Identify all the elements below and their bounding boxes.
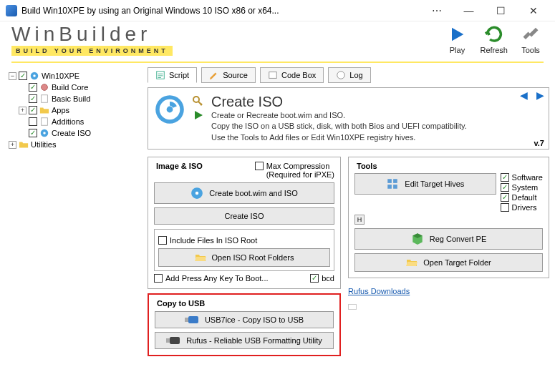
svg-rect-23 bbox=[393, 185, 397, 189]
key-icon[interactable] bbox=[193, 96, 204, 107]
create-iso-button[interactable]: Create ISO bbox=[154, 207, 334, 225]
create-boot-button[interactable]: Create boot.wim and ISO bbox=[154, 182, 334, 204]
tools-group: Tools Edit Target Hives ✓Software ✓Syste… bbox=[348, 157, 549, 278]
tree-view[interactable]: − ✓ Win10XPE ✓Build Core ✓Basic Build +✓… bbox=[6, 67, 142, 356]
expand-icon[interactable]: + bbox=[9, 141, 16, 149]
minimize-button[interactable]: — bbox=[453, 1, 485, 21]
refresh-button[interactable]: Refresh bbox=[480, 24, 508, 54]
tree-item[interactable]: ✓Create ISO bbox=[19, 127, 139, 139]
svg-point-1 bbox=[33, 74, 36, 77]
bcd-checkbox[interactable]: ✓ bbox=[310, 274, 319, 283]
cd-icon bbox=[154, 94, 185, 125]
rufus-link[interactable]: Rufus Downloads bbox=[348, 287, 410, 295]
svg-point-9 bbox=[337, 72, 345, 79]
open-target-button[interactable]: Open Target Folder bbox=[354, 253, 543, 272]
checkbox[interactable]: ✓ bbox=[29, 106, 37, 114]
copy-usb-group: Copy to USB USB7ice - Copy ISO to USB Ru… bbox=[148, 293, 341, 356]
hero-line3: Use the Tools to Add files or Edit Win10… bbox=[211, 132, 543, 143]
svg-rect-19 bbox=[170, 337, 180, 344]
hero-line2: Copy the ISO on a USB stick, disk, with … bbox=[211, 121, 543, 132]
refresh-icon bbox=[484, 24, 504, 44]
svg-rect-4 bbox=[42, 118, 48, 126]
tab-codebox[interactable]: Code Box bbox=[260, 67, 324, 83]
svg-rect-22 bbox=[388, 185, 392, 189]
svg-point-2 bbox=[42, 84, 48, 91]
header: WinBuilder BUILD YOUR ENVIRONMENT Play R… bbox=[0, 21, 555, 62]
page-icon bbox=[39, 117, 49, 127]
include-root-checkbox[interactable] bbox=[158, 236, 167, 245]
tab-source[interactable]: Source bbox=[201, 67, 256, 83]
svg-rect-16 bbox=[185, 318, 188, 322]
prev-arrow[interactable]: ◀ bbox=[520, 89, 528, 101]
page-icon bbox=[39, 94, 49, 104]
reg-convert-button[interactable]: Reg Convert PE bbox=[354, 228, 543, 250]
disc-icon bbox=[190, 187, 203, 200]
play-button[interactable]: Play bbox=[447, 24, 467, 54]
hero-line1: Create or Recreate boot.wim and ISO. bbox=[211, 110, 543, 121]
svg-point-12 bbox=[167, 107, 173, 113]
folder-open-icon bbox=[406, 258, 418, 268]
open-root-button[interactable]: Open ISO Root Folders bbox=[158, 248, 330, 267]
drivers-checkbox[interactable] bbox=[501, 203, 509, 212]
svg-rect-8 bbox=[269, 72, 277, 79]
tab-bar: Script Source Code Box Log bbox=[148, 67, 549, 83]
press-key-checkbox[interactable] bbox=[154, 274, 163, 283]
expand-icon[interactable]: + bbox=[19, 107, 26, 114]
software-checkbox[interactable]: ✓ bbox=[501, 173, 509, 182]
svg-point-15 bbox=[196, 192, 199, 195]
h-button[interactable]: H bbox=[354, 215, 365, 225]
rufus-button[interactable]: Rufus - Reliable USB Formatting Utility bbox=[155, 332, 334, 349]
checkbox[interactable] bbox=[29, 117, 37, 126]
tree-item[interactable]: ✓Build Core bbox=[19, 82, 139, 93]
logo-text: WinBuilder bbox=[11, 23, 173, 46]
folder-open-icon bbox=[195, 253, 206, 263]
app-icon bbox=[6, 5, 17, 16]
log-icon bbox=[336, 70, 346, 80]
script-icon bbox=[155, 70, 165, 80]
default-checkbox[interactable]: ✓ bbox=[501, 193, 509, 202]
usb-icon bbox=[185, 315, 199, 324]
code-icon bbox=[268, 70, 278, 80]
hero-panel: Create ISO Create or Recreate boot.wim a… bbox=[148, 87, 549, 150]
folder-icon bbox=[39, 105, 49, 115]
max-compression-checkbox[interactable] bbox=[255, 162, 264, 170]
empty-box bbox=[348, 304, 357, 310]
svg-rect-20 bbox=[388, 179, 392, 183]
tab-script[interactable]: Script bbox=[148, 67, 197, 83]
maximize-button[interactable]: ☐ bbox=[485, 1, 517, 21]
tree-item[interactable]: Additions bbox=[19, 116, 139, 127]
checkbox[interactable]: ✓ bbox=[29, 94, 37, 103]
window-title: Build Win10XPE by using an Original Wind… bbox=[21, 6, 420, 16]
tree-item[interactable]: +✓Apps bbox=[19, 104, 139, 116]
overflow-button[interactable]: ⋯ bbox=[420, 1, 453, 21]
tree-item[interactable]: ✓Basic Build bbox=[19, 93, 139, 104]
checkbox[interactable]: ✓ bbox=[19, 72, 27, 80]
disc-icon bbox=[39, 128, 49, 138]
hero-title: Create ISO bbox=[211, 94, 543, 110]
titlebar: Build Win10XPE by using an Original Wind… bbox=[0, 0, 555, 21]
logo-subtitle: BUILD YOUR ENVIRONMENT bbox=[11, 46, 173, 56]
play-small-icon[interactable] bbox=[193, 109, 204, 121]
tree-root[interactable]: − ✓ Win10XPE bbox=[9, 70, 139, 82]
tree-utilities[interactable]: + Utilities bbox=[9, 139, 139, 150]
tools-button[interactable]: Tools bbox=[521, 24, 541, 54]
checkbox[interactable]: ✓ bbox=[29, 129, 37, 137]
version-label: v.7 bbox=[534, 139, 544, 147]
svg-point-13 bbox=[193, 97, 199, 102]
disc-icon bbox=[29, 71, 39, 81]
tab-log[interactable]: Log bbox=[328, 67, 370, 83]
image-iso-group: Image & ISO Max Compression (Required fo… bbox=[148, 157, 341, 289]
edit-hives-button[interactable]: Edit Target Hives bbox=[354, 173, 496, 195]
svg-rect-21 bbox=[393, 179, 397, 183]
svg-point-6 bbox=[43, 132, 46, 134]
usb7ice-button[interactable]: USB7ice - Copy ISO to USB bbox=[155, 311, 334, 328]
close-button[interactable]: ✕ bbox=[517, 1, 549, 21]
system-checkbox[interactable]: ✓ bbox=[501, 183, 509, 192]
folder-icon bbox=[19, 139, 29, 150]
svg-rect-18 bbox=[166, 338, 170, 343]
next-arrow[interactable]: ▶ bbox=[536, 89, 544, 101]
registry-icon bbox=[386, 177, 399, 190]
collapse-icon[interactable]: − bbox=[9, 72, 16, 80]
cube-icon bbox=[411, 232, 424, 245]
checkbox[interactable]: ✓ bbox=[29, 83, 37, 92]
